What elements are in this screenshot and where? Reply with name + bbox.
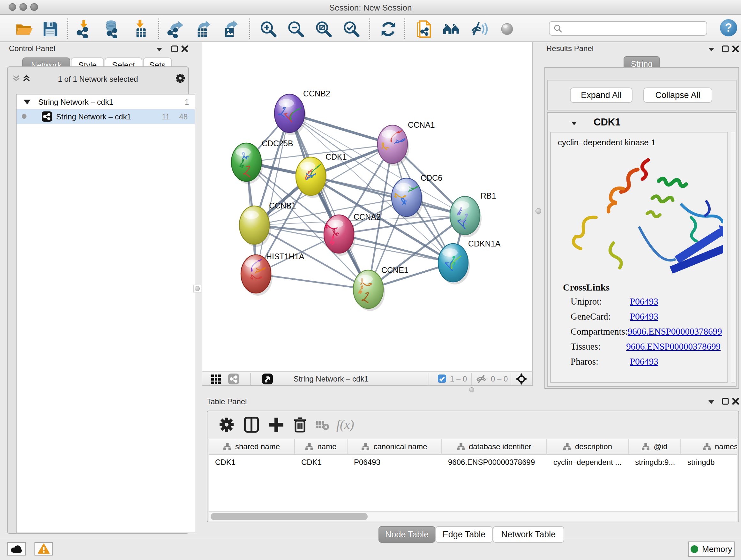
scrollbar-thumb[interactable] [211, 513, 367, 520]
save-session-button[interactable] [41, 20, 59, 38]
glass-effect-button[interactable] [470, 20, 488, 38]
network-share-icon[interactable] [228, 373, 239, 385]
table-settings-button[interactable] [218, 416, 235, 434]
expand-all-button[interactable]: Expand All [570, 87, 632, 103]
network-canvas[interactable]: CCNB2CCNA1CDC25BCDK1CDC6RB1CCNB1CCNA2CDK… [202, 42, 533, 371]
fit-content-crosshair-icon[interactable] [515, 373, 528, 385]
column-header-name[interactable]: name [295, 439, 347, 454]
column-header--id[interactable]: @id [629, 439, 681, 454]
toolbar-separator [249, 18, 250, 39]
results-panel-float-icon[interactable] [721, 45, 730, 53]
table-cell[interactable]: P06493 [347, 455, 442, 470]
left-splitter-handle[interactable] [193, 285, 201, 293]
column-header-description[interactable]: description [547, 439, 629, 454]
collection-expand-icon[interactable] [23, 100, 30, 105]
column-header-namespace[interactable]: namespace [681, 439, 737, 454]
network-tree: String Network – cdk1 1 String Network –… [16, 94, 195, 533]
show-column-panel-button[interactable] [243, 416, 260, 434]
crosslink-link[interactable]: P06493 [630, 311, 658, 322]
crosslink-link[interactable]: P06493 [630, 296, 658, 307]
selected-checkbox-icon[interactable] [437, 374, 447, 383]
graph-node-label: CCNB2 [303, 89, 330, 98]
string-import-button[interactable] [415, 20, 433, 38]
open-session-button[interactable] [15, 20, 33, 38]
bottom-splitter-handle[interactable] [469, 387, 474, 392]
tab-edge-table[interactable]: Edge Table [435, 526, 493, 543]
toolbar-divider [428, 373, 429, 385]
crosslink-link[interactable]: P06493 [630, 356, 658, 367]
export-table-button[interactable] [194, 20, 212, 38]
string-home-button[interactable] [442, 20, 461, 38]
delete-column-button[interactable] [291, 416, 309, 434]
table-cell[interactable]: CDK1 [295, 455, 347, 470]
warning-status-button[interactable] [35, 542, 53, 556]
tab-node-table[interactable]: Node Table [379, 526, 435, 543]
export-table-icon [194, 20, 212, 38]
sphere-toggle-button[interactable] [498, 20, 516, 38]
column-header-canonical-name[interactable]: canonical name [347, 439, 442, 454]
import-network-button[interactable] [75, 20, 94, 38]
zoom-fit-button[interactable] [314, 20, 333, 38]
column-header-shared-name[interactable]: shared name [209, 439, 295, 454]
control-panel-float-icon[interactable] [171, 45, 179, 53]
network-current-dot [22, 114, 26, 119]
crosslink-link[interactable]: 9606.ENSP00000378699 [628, 326, 722, 337]
import-table-button[interactable] [132, 20, 151, 38]
column-type-icon [361, 443, 369, 450]
memory-button[interactable]: Memory [688, 542, 735, 557]
hidden-eye-icon[interactable] [475, 373, 487, 385]
zoom-in-icon [259, 20, 278, 38]
table-cell[interactable]: stringdb:9... [629, 455, 681, 470]
open-in-window-icon[interactable] [262, 373, 273, 385]
table-cell[interactable]: CDK1 [209, 455, 295, 470]
import-network-from-database-button[interactable] [103, 20, 121, 38]
table-cell[interactable]: cyclin–dependent ... [547, 455, 629, 470]
help-button[interactable]: ? [720, 19, 737, 37]
crosslink-link[interactable]: 9606.ENSP00000378699 [626, 341, 721, 352]
right-splitter-handle[interactable] [536, 208, 541, 214]
refresh-button[interactable] [379, 20, 398, 38]
cdk1-collapse-icon[interactable] [570, 119, 578, 127]
table-cell[interactable]: stringdb [681, 455, 737, 470]
cloud-icon [10, 544, 23, 554]
graph-node-label: CCNA1 [408, 120, 435, 129]
function-builder-button[interactable]: f(x) [336, 417, 354, 432]
table-panel-close-icon[interactable] [731, 397, 740, 406]
tab-network-table[interactable]: Network Table [493, 526, 564, 543]
column-header-label: @id [654, 442, 667, 451]
search-input[interactable] [562, 24, 699, 33]
table-panel-collapse-icon[interactable] [707, 398, 716, 406]
table-cell[interactable]: 9606.ENSP00000378699 [442, 455, 547, 470]
results-panel-collapse-icon[interactable] [707, 45, 716, 54]
table-panel-float-icon[interactable] [721, 397, 730, 406]
column-header-database-identifier[interactable]: database identifier [442, 439, 547, 454]
collapse-all-button[interactable]: Collapse All [643, 87, 712, 103]
cloud-status-button[interactable] [7, 542, 26, 556]
results-panel-close-icon[interactable] [731, 45, 740, 53]
search-box[interactable] [549, 21, 707, 36]
add-column-button[interactable] [267, 416, 285, 434]
houses-icon [442, 20, 461, 38]
string-network-graph[interactable]: CCNB2CCNA1CDC25BCDK1CDC6RB1CCNB1CCNA2CDK… [202, 42, 532, 370]
export-network-button[interactable] [166, 20, 185, 38]
control-panel-close-icon[interactable] [181, 45, 189, 53]
table-horizontal-scrollbar[interactable] [209, 511, 737, 521]
sphere-icon [498, 20, 516, 38]
network-options-gear-icon[interactable] [175, 73, 186, 84]
zoom-in-button[interactable] [259, 20, 278, 38]
export-image-button[interactable] [221, 20, 240, 38]
control-panel-collapse-icon[interactable] [155, 45, 163, 54]
table-row[interactable]: CDK1CDK1P064939606.ENSP00000378699cyclin… [209, 455, 737, 470]
crosslink-label: Uniprot: [570, 296, 630, 307]
zoom-out-button[interactable] [286, 20, 305, 38]
delete-table-button[interactable] [315, 416, 330, 434]
network-row-selected[interactable]: String Network – cdk1 11 48 [17, 109, 195, 124]
grid-view-icon[interactable] [211, 373, 222, 385]
app-window: Session: New Session [0, 0, 741, 560]
main-toolbar: ? [0, 15, 741, 42]
network-collection-row[interactable]: String Network – cdk1 1 [17, 95, 195, 109]
zoom-selected-button[interactable] [342, 20, 360, 38]
toolbar-separator [369, 18, 370, 39]
cdk1-details: cyclin–dependent kinase 1 [550, 132, 728, 383]
results-scrollbar[interactable] [731, 132, 735, 383]
